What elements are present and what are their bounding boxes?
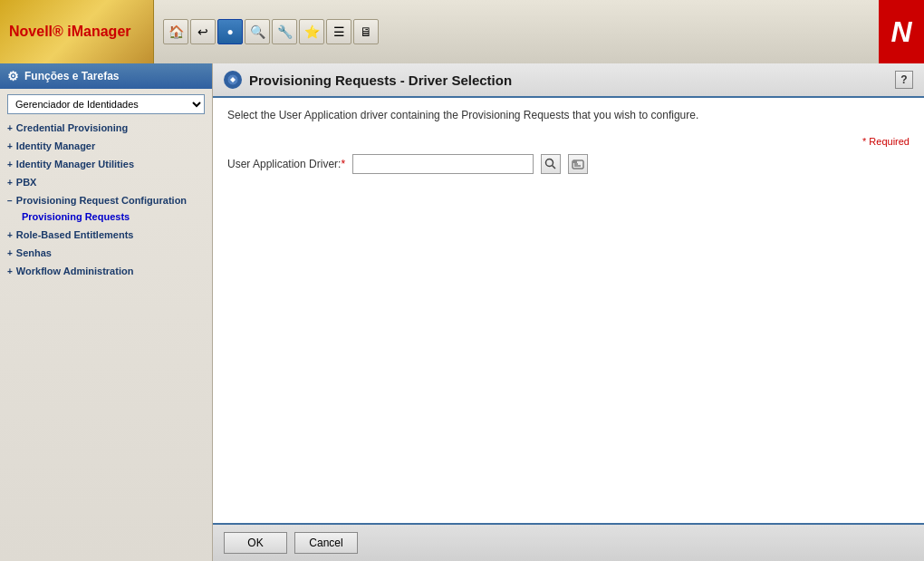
page-icon [224, 71, 242, 89]
sidebar-item-senhas[interactable]: + Senhas [0, 245, 212, 261]
expand-icon-8: + [7, 266, 13, 276]
svg-rect-4 [573, 160, 577, 163]
expand-icon-6: + [7, 230, 13, 240]
svg-line-2 [553, 166, 556, 169]
driver-label: User Application Driver:* [227, 158, 345, 170]
provisioning-config-link[interactable]: Provisioning Request Configuration [16, 195, 187, 206]
pbx-link[interactable]: PBX [16, 177, 37, 188]
expand-icon: + [7, 123, 13, 133]
identity-manager-link[interactable]: Identity Manager [16, 140, 95, 151]
logo-area: Novell® iManager [0, 0, 154, 63]
sidebar-item-provisioning-config[interactable]: − Provisioning Request Configuration [0, 192, 212, 208]
sidebar-section-senhas: + Senhas [0, 245, 212, 261]
page-title: Provisioning Requests - Driver Selection [249, 73, 512, 88]
ok-button[interactable]: OK [224, 532, 287, 554]
page-title-area: Provisioning Requests - Driver Selection [224, 71, 512, 89]
expand-icon-4: + [7, 178, 13, 188]
identity-selector: Gerenciador de Identidades [7, 94, 205, 114]
sidebar-sub-provisioning-requests[interactable]: Provisioning Requests [0, 208, 212, 225]
sidebar-section-credential: + Credential Provisioning [0, 120, 212, 136]
sidebar-section-identity-manager: + Identity Manager [0, 138, 212, 154]
provisioning-requests-link[interactable]: Provisioning Requests [22, 211, 130, 222]
cancel-button[interactable]: Cancel [294, 532, 358, 554]
sidebar-item-credential-provisioning[interactable]: + Credential Provisioning [0, 120, 212, 136]
senhas-link[interactable]: Senhas [16, 247, 52, 258]
logo-text: Novell® iManager [9, 24, 131, 40]
bottom-bar: OK Cancel [213, 523, 924, 561]
content-area: Provisioning Requests - Driver Selection… [213, 63, 924, 561]
role-based-link[interactable]: Role-Based Entitlements [16, 229, 134, 240]
sidebar-section-pbx: + PBX [0, 174, 212, 190]
svg-point-1 [546, 160, 553, 167]
sidebar-item-identity-manager[interactable]: + Identity Manager [0, 138, 212, 154]
sidebar-header: ⚙ Funções e Tarefas [0, 63, 212, 89]
home-toolbar-btn[interactable]: 🏠 [163, 19, 188, 44]
tasks-toolbar-btn[interactable]: ● [217, 19, 243, 44]
toolbar-area: 🏠 ↩ ● 🔍 🔧 ⭐ ☰ 🖥 [154, 0, 924, 63]
content-body: Select the User Application driver conta… [213, 98, 924, 523]
form-section: User Application Driver:* [227, 154, 910, 174]
browse-driver-button[interactable] [568, 154, 588, 174]
bookmarks-toolbar-btn[interactable]: ⭐ [299, 19, 324, 44]
driver-form-row: User Application Driver:* [227, 154, 910, 174]
help-button[interactable]: ? [895, 71, 913, 89]
back-toolbar-btn[interactable]: ↩ [190, 19, 216, 44]
expand-icon-5: − [7, 196, 13, 206]
sidebar-item-identity-manager-utilities[interactable]: + Identity Manager Utilities [0, 156, 212, 172]
expand-icon-7: + [7, 248, 13, 258]
sidebar-item-workflow[interactable]: + Workflow Administration [0, 263, 212, 279]
identity-dropdown[interactable]: Gerenciador de Identidades [7, 94, 205, 114]
sidebar-header-icon: ⚙ [7, 69, 19, 83]
sidebar-section-provisioning-config: − Provisioning Request Configuration Pro… [0, 192, 212, 225]
novell-brand: Novell® [9, 24, 63, 39]
imanager-product: iManager [63, 24, 131, 39]
search-driver-button[interactable] [541, 154, 561, 174]
sidebar-section-identity-manager-utilities: + Identity Manager Utilities [0, 156, 212, 172]
sidebar-header-label: Funções e Tarefas [24, 70, 119, 82]
required-star: * [341, 158, 345, 170]
search-toolbar-btn[interactable]: 🔍 [245, 19, 270, 44]
workflow-link[interactable]: Workflow Administration [16, 266, 134, 276]
novell-logo: N [879, 0, 924, 63]
sidebar-section-role-based: + Role-Based Entitlements [0, 227, 212, 243]
expand-icon-3: + [7, 160, 13, 169]
required-note: * Required [227, 136, 910, 147]
configure-toolbar-btn[interactable]: 🔧 [272, 19, 297, 44]
credential-provisioning-link[interactable]: Credential Provisioning [16, 122, 128, 133]
list-toolbar-btn[interactable]: ☰ [326, 19, 351, 44]
sidebar-item-role-based[interactable]: + Role-Based Entitlements [0, 227, 212, 243]
view-toolbar-btn[interactable]: 🖥 [353, 19, 379, 44]
sidebar: ⚙ Funções e Tarefas Gerenciador de Ident… [0, 63, 213, 561]
content-header: Provisioning Requests - Driver Selection… [213, 63, 924, 98]
sidebar-section-workflow: + Workflow Administration [0, 263, 212, 279]
identity-manager-utilities-link[interactable]: Identity Manager Utilities [16, 159, 134, 169]
sidebar-item-pbx[interactable]: + PBX [0, 174, 212, 190]
driver-input[interactable] [352, 154, 534, 174]
description-text: Select the User Application driver conta… [227, 109, 910, 121]
expand-icon-2: + [7, 141, 13, 151]
